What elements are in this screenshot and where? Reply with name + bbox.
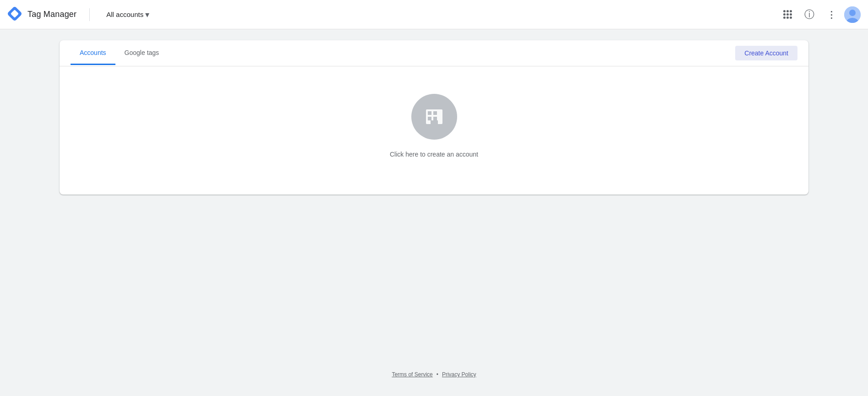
empty-state-text: Click here to create an account (390, 151, 478, 158)
empty-state: Click here to create an account (60, 66, 808, 195)
create-account-button[interactable]: Create Account (735, 46, 797, 60)
svg-rect-9 (433, 117, 437, 120)
empty-icon-circle (411, 94, 457, 140)
footer-separator: • (437, 371, 438, 378)
avatar-icon (844, 6, 861, 23)
all-accounts-dropdown[interactable]: All accounts ▾ (103, 7, 153, 22)
tab-google-tags[interactable]: Google tags (115, 42, 169, 65)
apps-icon (783, 10, 792, 19)
footer: Terms of Service • Privacy Policy (60, 360, 808, 385)
header-right: ⓘ ⋮ (778, 5, 861, 24)
header: Tag Manager All accounts ▾ ⓘ ⋮ (0, 0, 868, 29)
chevron-down-icon: ▾ (145, 10, 149, 20)
main-content: Accounts Google tags Create Account Clic… (0, 29, 868, 396)
terms-of-service-link[interactable]: Terms of Service (392, 371, 432, 378)
more-vert-icon: ⋮ (827, 9, 836, 20)
tabs-row: Accounts Google tags Create Account (60, 40, 808, 66)
tab-accounts[interactable]: Accounts (71, 42, 115, 65)
app-title: Tag Manager (27, 10, 76, 19)
header-left: Tag Manager All accounts ▾ (7, 6, 153, 23)
help-icon: ⓘ (804, 8, 814, 22)
svg-point-3 (849, 10, 856, 16)
more-options-button[interactable]: ⋮ (822, 5, 841, 24)
logo[interactable] (7, 6, 22, 23)
tabs-left: Accounts Google tags (71, 42, 735, 65)
user-avatar[interactable] (844, 6, 861, 23)
accounts-card: Accounts Google tags Create Account Clic… (60, 40, 808, 195)
header-divider (89, 8, 90, 21)
privacy-policy-link[interactable]: Privacy Policy (442, 371, 476, 378)
building-icon (422, 105, 446, 129)
svg-rect-7 (433, 111, 437, 115)
all-accounts-label: All accounts (106, 11, 143, 18)
svg-rect-10 (431, 120, 438, 124)
apps-button[interactable] (778, 5, 797, 24)
help-button[interactable]: ⓘ (800, 5, 819, 24)
svg-rect-8 (428, 117, 431, 120)
svg-rect-6 (428, 111, 431, 115)
